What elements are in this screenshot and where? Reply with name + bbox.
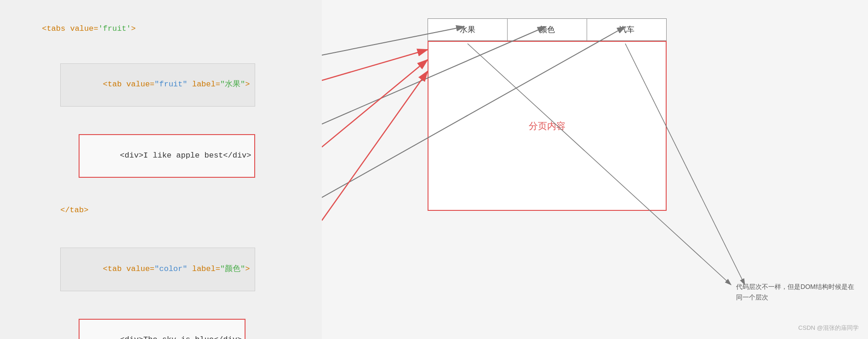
- code-line-tab-fruit: <tab value="fruit" label="水果">: [14, 49, 308, 121]
- code-line-tab-color: <tab value="color" label="颜色">: [14, 233, 308, 305]
- tab-button-fruit[interactable]: 水果: [428, 19, 508, 40]
- tab-box-color: <tab value="color" label="颜色">: [60, 248, 255, 291]
- code-text: <tabs value='fruit'>: [42, 24, 136, 33]
- svg-line-4: [322, 60, 428, 147]
- svg-line-5: [322, 71, 428, 220]
- code-line-tab-fruit-close: </tab>: [14, 191, 308, 231]
- tab-content-label: 分页内容: [529, 120, 565, 132]
- tab-header: 水果 颜色 汽车: [428, 18, 667, 41]
- tab-button-car[interactable]: 汽车: [587, 19, 666, 40]
- code-line-tabs-open: <tabs value='fruit'>: [14, 9, 308, 49]
- csdn-label: CSDN @混张的庙同学: [798, 324, 859, 332]
- tab-button-color[interactable]: 颜色: [508, 19, 587, 40]
- tab-diagram: 水果 颜色 汽车 分页内容: [428, 18, 667, 211]
- boxed-fruit: <div>I like apple best</div>: [79, 134, 255, 178]
- svg-line-3: [322, 50, 428, 80]
- left-panel: <tabs value='fruit'> <tab value="fruit" …: [0, 0, 322, 339]
- code-line-div-color: <div>The sky is blue</div>: [14, 305, 308, 339]
- tab-box-fruit: <tab value="fruit" label="水果">: [60, 63, 255, 107]
- annotation-dom: 代码层次不一样，但是DOM结构时候是在 同一个层次: [736, 282, 854, 302]
- code-line-div-fruit: <div>I like apple best</div>: [14, 121, 308, 191]
- code-block: <tabs value='fruit'> <tab value="fruit" …: [14, 9, 308, 339]
- right-panel: 水果 颜色 汽车 分页内容 代码层次不一样，但是DOM结构时候是在 同一个层次 …: [322, 0, 868, 339]
- boxed-color: <div>The sky is blue</div>: [79, 319, 246, 339]
- tab-content-area: 分页内容: [428, 41, 667, 211]
